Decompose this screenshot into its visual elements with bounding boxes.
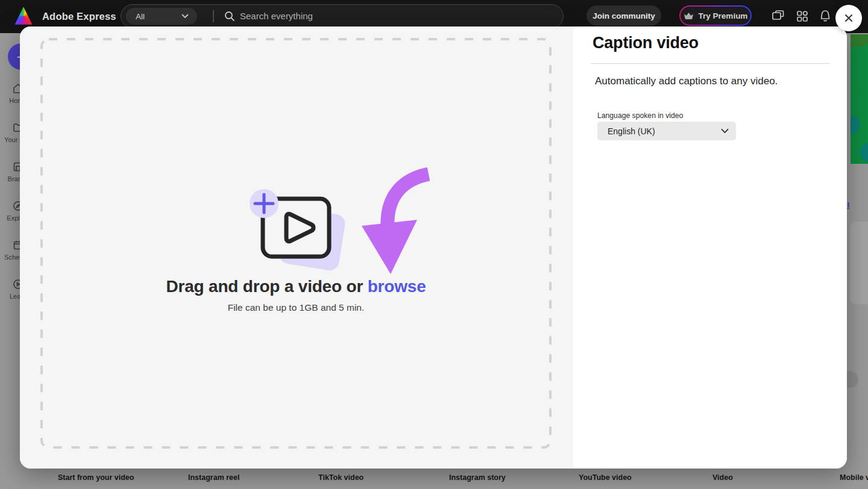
preview-image-detail	[860, 143, 868, 162]
template-label[interactable]: Mobile video	[840, 473, 868, 482]
template-label[interactable]: Instagram story	[449, 473, 506, 482]
browse-link[interactable]: browse	[368, 277, 426, 296]
try-premium-button[interactable]: Try Premium	[679, 5, 752, 26]
crown-icon	[684, 12, 694, 20]
try-premium-label: Try Premium	[699, 11, 748, 20]
video-dropzone[interactable]: Drag and drop a video or browse File can…	[40, 37, 552, 449]
preview-image-detail	[851, 34, 868, 47]
template-card	[850, 222, 868, 304]
bell-icon	[817, 8, 833, 24]
caption-options-pane: Caption video Automatically add captions…	[573, 26, 847, 469]
preview-image-detail	[855, 70, 858, 72]
template-label[interactable]: Start from your video	[58, 473, 134, 482]
language-select[interactable]: English (UK)	[597, 122, 736, 140]
template-label[interactable]: YouTube video	[579, 473, 632, 482]
chevron-down-icon	[721, 128, 729, 134]
template-preview-image	[851, 34, 868, 164]
caption-video-modal: Drag and drop a video or browse File can…	[20, 26, 847, 469]
switch-apps-button[interactable]	[770, 8, 786, 24]
dropzone-headline: Drag and drop a video or browse	[40, 277, 552, 296]
modal-close-button[interactable]	[835, 5, 862, 31]
overlapping-windows-icon	[770, 8, 786, 24]
language-label: Language spoken in video	[597, 111, 683, 120]
search-category-dropdown[interactable]: All	[126, 8, 197, 25]
search-input[interactable]: Search everything	[240, 11, 313, 21]
notifications-button[interactable]	[817, 8, 833, 24]
join-community-button[interactable]: Join community	[587, 5, 661, 26]
brand-title: Adobe Express	[42, 11, 116, 22]
close-icon	[843, 13, 854, 23]
preview-image-detail	[854, 104, 856, 105]
dropzone-illustration	[40, 181, 552, 283]
search-icon	[224, 10, 236, 22]
modal-description: Automatically add captions to any video.	[595, 75, 778, 87]
chevron-down-icon	[181, 14, 189, 19]
title-divider	[591, 63, 830, 64]
upload-pane: Drag and drop a video or browse File can…	[20, 26, 573, 469]
global-search-bar[interactable]: All Search everything	[121, 4, 564, 28]
modal-title: Caption video	[593, 34, 699, 52]
apps-grid-icon	[794, 8, 810, 24]
template-label[interactable]: Video	[712, 473, 733, 482]
search-category-value: All	[136, 12, 181, 21]
template-label[interactable]: TikTok video	[318, 473, 363, 482]
adobe-express-app: + Home Your stuff Brands Explore Schedul…	[0, 0, 868, 489]
template-label[interactable]: Instagram reel	[188, 473, 239, 482]
add-video-icon	[245, 187, 347, 283]
dropzone-headline-text: Drag and drop a video or	[166, 277, 368, 296]
language-select-value: English (UK)	[608, 126, 721, 136]
purple-down-arrow-icon	[361, 167, 430, 277]
apps-grid-button[interactable]	[794, 8, 810, 24]
preview-image-detail	[861, 92, 864, 93]
search-divider	[213, 10, 214, 22]
preview-image-detail	[851, 116, 860, 134]
adobe-express-logo-icon[interactable]	[14, 7, 33, 25]
dropzone-file-note: File can be up to 1GB and 5 min.	[40, 302, 552, 313]
